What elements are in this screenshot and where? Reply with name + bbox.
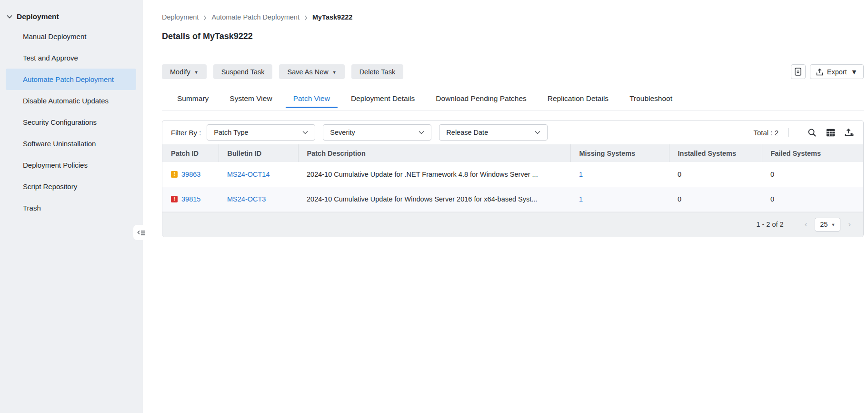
save-as-new-button[interactable]: Save As New ▼ bbox=[279, 64, 344, 79]
sidebar: Deployment Manual Deployment Test and Ap… bbox=[0, 0, 143, 413]
sidebar-section-label: Deployment bbox=[17, 12, 59, 21]
column-chooser-icon[interactable] bbox=[826, 129, 835, 137]
tab-deployment-details[interactable]: Deployment Details bbox=[340, 91, 425, 107]
sidebar-item-manual-deployment[interactable]: Manual Deployment bbox=[6, 26, 136, 47]
toolbar: Modify ▼ Suspend Task Save As New ▼ Dele… bbox=[162, 64, 864, 79]
sidebar-item-software-uninstallation[interactable]: Software Uninstallation bbox=[6, 133, 136, 154]
tabs-divider bbox=[162, 111, 864, 111]
divider bbox=[788, 128, 788, 137]
sidebar-section-deployment[interactable]: Deployment bbox=[0, 10, 143, 26]
filter-row: Filter By : Patch Type Severity Release … bbox=[162, 121, 863, 144]
failed-systems-value: 0 bbox=[762, 187, 863, 212]
total-count-label: Total : 2 bbox=[753, 129, 778, 137]
patch-id-link[interactable]: 39815 bbox=[181, 195, 200, 203]
sidebar-item-security-configurations[interactable]: Security Configurations bbox=[6, 111, 136, 133]
release-date-dropdown-value: Release Date bbox=[446, 129, 488, 136]
delete-task-button-label: Delete Task bbox=[359, 68, 396, 76]
breadcrumb: Deployment Automate Patch Deployment MyT… bbox=[162, 13, 864, 21]
collapse-sidebar-icon bbox=[137, 229, 145, 236]
toolbar-right: Export ▼ bbox=[791, 64, 864, 79]
download-report-button[interactable] bbox=[791, 64, 806, 79]
severity-important-icon: ! bbox=[171, 171, 178, 178]
installed-systems-value: 0 bbox=[669, 162, 762, 187]
tab-replication-details[interactable]: Replication Details bbox=[537, 91, 619, 107]
severity-dropdown-value: Severity bbox=[330, 129, 355, 136]
export-upload-icon bbox=[816, 68, 823, 76]
column-header-bulletin-id[interactable]: Bulletin ID bbox=[219, 144, 298, 162]
caret-down-icon: ▼ bbox=[194, 70, 199, 75]
missing-systems-link[interactable]: 1 bbox=[579, 171, 583, 178]
app-root: Deployment Manual Deployment Test and Ap… bbox=[0, 0, 868, 413]
export-button-label: Export bbox=[827, 68, 847, 76]
save-as-new-button-label: Save As New bbox=[287, 68, 328, 76]
bulletin-id-link[interactable]: MS24-OCT3 bbox=[227, 195, 266, 203]
breadcrumb-current-task: MyTask9222 bbox=[312, 13, 352, 21]
breadcrumb-automate-patch-deployment[interactable]: Automate Patch Deployment bbox=[211, 13, 299, 21]
modify-button[interactable]: Modify ▼ bbox=[162, 64, 207, 79]
export-table-icon[interactable] bbox=[845, 128, 854, 137]
caret-down-icon: ▼ bbox=[831, 222, 835, 227]
suspend-task-button-label: Suspend Task bbox=[221, 68, 265, 76]
search-icon[interactable] bbox=[808, 128, 817, 137]
pagination-range-label: 1 - 2 of 2 bbox=[756, 221, 783, 228]
missing-systems-link[interactable]: 1 bbox=[579, 195, 583, 203]
patch-id-link[interactable]: 39863 bbox=[181, 171, 200, 178]
chevron-down-icon bbox=[7, 15, 12, 19]
document-download-icon bbox=[795, 68, 801, 76]
sidebar-item-deployment-policies[interactable]: Deployment Policies bbox=[6, 154, 136, 176]
pagination-bar: 1 - 2 of 2 ‹ 25 ▼ › bbox=[162, 212, 863, 237]
patch-type-dropdown[interactable]: Patch Type bbox=[207, 124, 315, 141]
tab-download-pending-patches[interactable]: Download Pending Patches bbox=[425, 91, 537, 107]
patch-view-panel: Filter By : Patch Type Severity Release … bbox=[162, 120, 864, 237]
delete-task-button[interactable]: Delete Task bbox=[351, 64, 404, 79]
chevron-down-icon bbox=[535, 131, 540, 134]
sidebar-item-script-repository[interactable]: Script Repository bbox=[6, 176, 136, 197]
filter-by-label: Filter By : bbox=[171, 129, 201, 137]
severity-dropdown[interactable]: Severity bbox=[323, 124, 431, 141]
pagination-next-icon[interactable]: › bbox=[845, 220, 854, 229]
sidebar-collapse-button[interactable] bbox=[133, 225, 149, 240]
page-size-dropdown[interactable]: 25 ▼ bbox=[815, 218, 840, 232]
modify-button-label: Modify bbox=[170, 68, 190, 76]
failed-systems-value: 0 bbox=[762, 162, 863, 187]
column-header-patch-description[interactable]: Patch Description bbox=[298, 144, 570, 162]
installed-systems-value: 0 bbox=[669, 187, 762, 212]
sidebar-item-automate-patch-deployment[interactable]: Automate Patch Deployment bbox=[6, 69, 136, 90]
breadcrumb-separator-icon bbox=[203, 15, 207, 20]
patch-description: 2024-10 Cumulative Update for .NET Frame… bbox=[298, 162, 570, 187]
patch-description: 2024-10 Cumulative Update for Windows Se… bbox=[298, 187, 570, 212]
tab-system-view[interactable]: System View bbox=[219, 91, 282, 107]
sidebar-item-test-and-approve[interactable]: Test and Approve bbox=[6, 47, 136, 69]
page-size-value: 25 bbox=[820, 221, 828, 228]
column-header-patch-id[interactable]: Patch ID bbox=[162, 144, 219, 162]
column-header-missing-systems[interactable]: Missing Systems bbox=[570, 144, 669, 162]
table-row: ! 39863 MS24-OCT14 2024-10 Cumulative Up… bbox=[162, 162, 863, 187]
patch-type-dropdown-value: Patch Type bbox=[214, 129, 248, 136]
patch-table: Patch ID Bulletin ID Patch Description M… bbox=[162, 144, 863, 212]
severity-critical-icon: ! bbox=[171, 196, 178, 202]
tab-patch-view[interactable]: Patch View bbox=[283, 91, 340, 107]
main-content: Deployment Automate Patch Deployment MyT… bbox=[143, 0, 868, 413]
chevron-down-icon bbox=[302, 131, 308, 134]
sidebar-item-disable-automatic-updates[interactable]: Disable Automatic Updates bbox=[6, 90, 136, 111]
column-header-failed-systems[interactable]: Failed Systems bbox=[762, 144, 863, 162]
suspend-task-button[interactable]: Suspend Task bbox=[213, 64, 273, 79]
caret-down-icon: ▼ bbox=[851, 68, 858, 76]
caret-down-icon: ▼ bbox=[332, 70, 337, 75]
column-header-installed-systems[interactable]: Installed Systems bbox=[669, 144, 762, 162]
table-header-row: Patch ID Bulletin ID Patch Description M… bbox=[162, 144, 863, 162]
page-title: Details of MyTask9222 bbox=[162, 31, 864, 41]
tabs-bar: Summary System View Patch View Deploymen… bbox=[162, 91, 864, 111]
pagination-prev-icon[interactable]: ‹ bbox=[802, 220, 810, 229]
table-row: ! 39815 MS24-OCT3 2024-10 Cumulative Upd… bbox=[162, 187, 863, 212]
table-actions: Total : 2 bbox=[753, 128, 854, 137]
breadcrumb-separator-icon bbox=[304, 15, 308, 20]
bulletin-id-link[interactable]: MS24-OCT14 bbox=[227, 171, 269, 178]
release-date-dropdown[interactable]: Release Date bbox=[439, 124, 548, 141]
chevron-down-icon bbox=[419, 131, 424, 134]
export-button[interactable]: Export ▼ bbox=[810, 64, 864, 79]
sidebar-item-trash[interactable]: Trash bbox=[6, 197, 136, 219]
tab-troubleshoot[interactable]: Troubleshoot bbox=[619, 91, 683, 107]
breadcrumb-deployment[interactable]: Deployment bbox=[162, 13, 199, 21]
tab-summary[interactable]: Summary bbox=[167, 91, 219, 107]
